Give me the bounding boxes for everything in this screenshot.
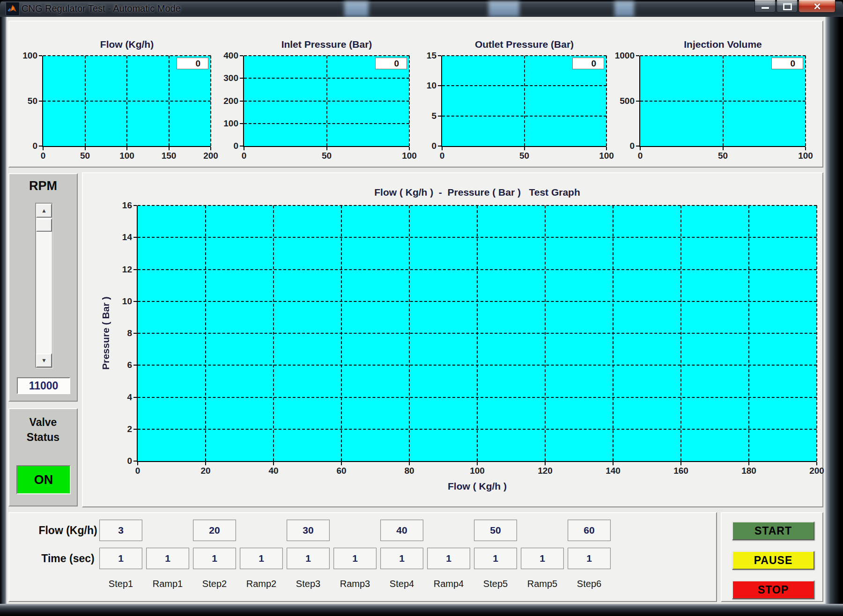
v-gridline [477, 205, 478, 461]
v-gridline [613, 205, 614, 461]
time-input[interactable]: 1 [521, 548, 564, 569]
sequence-column: 31Step1 [99, 513, 142, 601]
slider-down-button[interactable]: ▼ [36, 353, 52, 367]
rpm-slider[interactable]: ▲ ▼ [36, 203, 52, 368]
sequence-column: 401Step4 [380, 513, 423, 601]
pause-button[interactable]: PAUSE [732, 551, 814, 570]
y-tick-label: 15 [427, 51, 436, 61]
y-tick-mark [133, 237, 137, 238]
time-input[interactable]: 1 [333, 548, 377, 569]
v-gridline [606, 56, 607, 146]
plot-title: Inlet Pressure (Bar) [244, 39, 409, 50]
x-tick-mark [326, 147, 327, 150]
maximize-button[interactable] [776, 0, 798, 13]
y-tick-mark [240, 55, 243, 56]
minimize-button[interactable] [754, 0, 776, 13]
x-tick-label: 20 [200, 466, 210, 476]
slider-up-button[interactable]: ▲ [36, 204, 52, 218]
time-input[interactable]: 1 [146, 548, 189, 569]
x-tick-label: 0 [638, 151, 643, 161]
slider-thumb[interactable] [36, 219, 52, 232]
flow-input[interactable]: 40 [380, 520, 423, 541]
v-gridline [126, 56, 127, 146]
y-tick-label: 1000 [615, 51, 635, 61]
plot-title: Outlet Pressure (Bar) [442, 39, 606, 50]
time-input[interactable]: 1 [99, 548, 142, 569]
x-tick-label: 200 [809, 466, 824, 476]
rpm-label: RPM [9, 179, 77, 193]
rpm-value-display[interactable]: 11000 [17, 377, 70, 394]
stop-button[interactable]: STOP [732, 580, 814, 599]
y-tick-label: 0 [127, 456, 132, 466]
title-bar: CNG Regulator Test - Automatic Mode [0, 0, 843, 17]
x-tick-mark [137, 462, 138, 465]
close-button[interactable] [799, 0, 836, 13]
time-input[interactable]: 1 [568, 548, 611, 569]
flow-input[interactable]: 20 [193, 520, 236, 541]
y-tick-label: 10 [122, 296, 132, 307]
y-tick-mark [39, 55, 42, 56]
v-gridline [273, 205, 274, 461]
sequence-panel: Flow (Kg/h) Time (sec) 31Step11Ramp1201S… [8, 512, 717, 602]
window-border-bottom [0, 604, 843, 616]
x-tick-mark [244, 147, 244, 150]
v-gridline [816, 205, 817, 461]
y-tick-mark [133, 461, 137, 462]
y-tick-label: 50 [28, 96, 37, 106]
flow-input[interactable]: 60 [568, 520, 611, 541]
inlet-pressure-mini-plot: Inlet Pressure (Bar)40030020010000501000 [243, 56, 409, 147]
time-input[interactable]: 1 [474, 548, 517, 569]
x-tick-mark [85, 147, 86, 150]
y-tick-label: 400 [223, 51, 238, 61]
flow-input[interactable]: 3 [99, 520, 142, 541]
time-input[interactable]: 1 [287, 548, 330, 569]
step-label: Step4 [380, 579, 423, 589]
window-border-left [0, 17, 7, 604]
glass-reflection [488, 1, 519, 17]
y-tick-label: 500 [620, 96, 635, 106]
y-tick-label: 10 [427, 81, 436, 91]
x-tick-mark [169, 147, 170, 150]
step-label: Ramp3 [333, 579, 377, 589]
y-tick-mark [133, 365, 137, 366]
time-input[interactable]: 1 [427, 548, 470, 569]
window-title: CNG Regulator Test - Automatic Mode [22, 0, 181, 17]
sequence-columns: 31Step11Ramp1201Step21Ramp2301Step31Ramp… [9, 513, 716, 601]
flow-input[interactable]: 30 [287, 520, 330, 541]
v-gridline [545, 205, 546, 461]
step-label: Step2 [193, 579, 236, 589]
x-tick-label: 100 [470, 466, 485, 476]
y-tick-mark [438, 116, 441, 117]
value-readout: 0 [375, 58, 407, 69]
y-tick-mark [636, 55, 639, 56]
start-button[interactable]: START [732, 521, 814, 540]
plot-title: Injection Volume [640, 39, 806, 50]
time-input[interactable]: 1 [193, 548, 236, 569]
y-tick-mark [133, 333, 137, 334]
x-tick-mark [409, 462, 410, 465]
v-gridline [341, 205, 342, 461]
x-tick-label: 40 [268, 466, 278, 476]
x-tick-mark [341, 462, 342, 465]
y-tick-mark [133, 397, 137, 398]
plot-title: Flow (Kg/h) [43, 39, 211, 50]
time-input[interactable]: 1 [240, 548, 283, 569]
v-gridline [210, 56, 211, 146]
y-tick-mark [133, 429, 137, 430]
y-tick-label: 200 [223, 96, 238, 106]
x-tick-label: 100 [599, 151, 614, 161]
x-tick-mark [205, 462, 206, 465]
y-tick-label: 16 [122, 200, 132, 211]
injection-volume-mini-plot: Injection Volume100050000501000 [639, 56, 806, 147]
flow-input[interactable]: 50 [474, 520, 517, 541]
x-tick-label: 60 [336, 466, 346, 476]
time-input[interactable]: 1 [380, 548, 423, 569]
valve-status-indicator: ON [16, 465, 71, 494]
x-tick-label: 200 [203, 151, 218, 161]
x-tick-mark [442, 147, 443, 150]
y-tick-label: 2 [127, 424, 132, 434]
y-tick-mark [438, 55, 441, 56]
rpm-panel: RPM ▲ ▼ 11000 [8, 173, 78, 402]
x-tick-mark [524, 147, 525, 150]
v-gridline [409, 205, 410, 461]
